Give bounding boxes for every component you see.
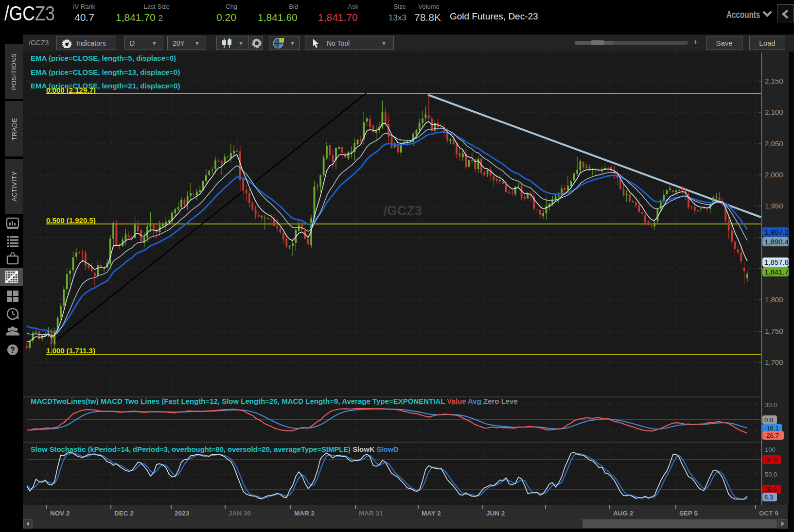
svg-text:EMA (price=CLOSE, length=21, d: EMA (price=CLOSE, length=21, displace=0)	[31, 82, 180, 90]
svg-text:2,100: 2,100	[765, 108, 783, 116]
svg-text:1.000 (1,711.3): 1.000 (1,711.3)	[46, 346, 95, 355]
svg-text:80.0: 80.0	[764, 456, 776, 463]
svg-text:1,750: 1,750	[765, 327, 783, 335]
svg-text:6.3: 6.3	[764, 494, 773, 501]
svg-text:1,700: 1,700	[765, 358, 783, 366]
svg-text:NOV 2: NOV 2	[50, 510, 70, 517]
svg-text:SEP 5: SEP 5	[679, 510, 698, 517]
svg-text:MAR 2: MAR 2	[294, 510, 315, 517]
svg-text:EMA (price=CLOSE, length=13, d: EMA (price=CLOSE, length=13, displace=0)	[31, 68, 180, 76]
svg-text:1,890.4: 1,890.4	[764, 238, 789, 246]
svg-text:1,857.8: 1,857.8	[764, 258, 789, 266]
svg-text:20.0: 20.0	[764, 486, 776, 493]
svg-text:?: ?	[10, 346, 15, 354]
svg-text:50.0: 50.0	[765, 471, 777, 478]
svg-text:JUN 2: JUN 2	[486, 510, 505, 517]
svg-text:EMA (price=CLOSE, length=5, di: EMA (price=CLOSE, length=5, displace=0)	[31, 54, 176, 62]
svg-text:MAY 2: MAY 2	[422, 510, 441, 517]
svg-text:30.0: 30.0	[765, 401, 777, 409]
svg-text:JAN 30: JAN 30	[229, 510, 251, 517]
svg-text:1,841.7: 1,841.7	[764, 268, 789, 276]
svg-text:0.0: 0.0	[764, 416, 773, 424]
svg-text:-26.7: -26.7	[764, 432, 779, 439]
svg-text:-16.1: -16.1	[764, 425, 779, 432]
svg-text:OCT 9: OCT 9	[759, 510, 778, 517]
svg-text:2023: 2023	[175, 510, 190, 517]
svg-text:0.500 (1,920.5): 0.500 (1,920.5)	[46, 216, 96, 224]
svg-text:2,050: 2,050	[765, 139, 783, 148]
svg-text:100: 100	[765, 446, 776, 453]
svg-text:/GCZ3: /GCZ3	[383, 204, 422, 218]
svg-text:1,950: 1,950	[765, 202, 783, 210]
svg-text:2,150: 2,150	[765, 77, 783, 85]
svg-text:DEC 2: DEC 2	[114, 510, 134, 517]
svg-text:1,800: 1,800	[765, 295, 783, 304]
svg-text:MAR 31: MAR 31	[359, 510, 383, 517]
svg-text:AUG 2: AUG 2	[613, 510, 633, 517]
svg-text:Slow Stochastic (kPeriod=14, d: Slow Stochastic (kPeriod=14, dPeriod=3, …	[31, 446, 399, 453]
svg-text:MACDTwoLines(tw) MACD Two Line: MACDTwoLines(tw) MACD Two Lines (Fast Le…	[31, 397, 518, 405]
svg-text:2,000: 2,000	[765, 171, 783, 179]
svg-text:1,907.2: 1,907.2	[764, 228, 789, 236]
